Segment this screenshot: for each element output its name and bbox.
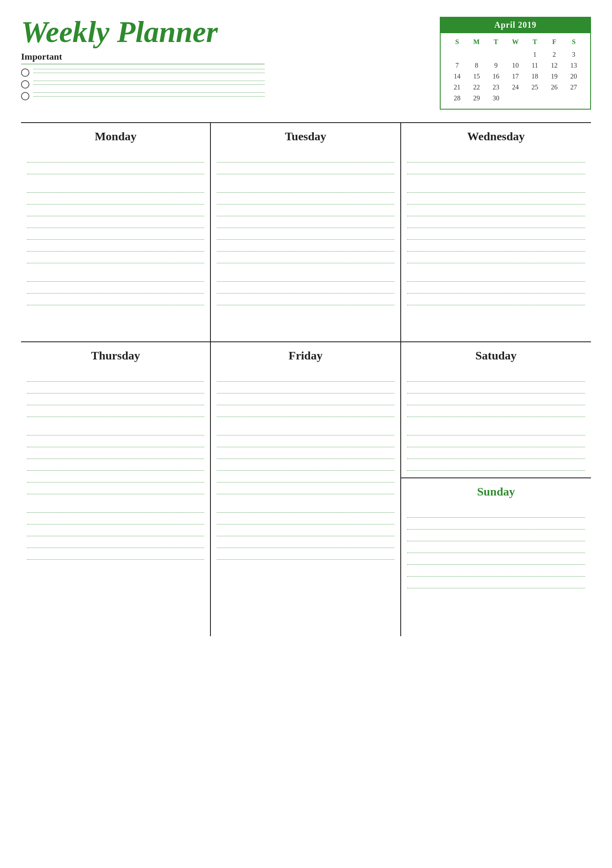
- cal-day-13: 13: [564, 60, 583, 71]
- day-header-t2: T: [525, 37, 544, 47]
- cal-day-25: 25: [525, 82, 544, 93]
- thu-line-5: [27, 417, 204, 435]
- thursday-lines: [27, 370, 204, 560]
- sat-line-6: [407, 435, 585, 447]
- thu-line-3: [27, 393, 204, 405]
- mon-line-2: [27, 163, 204, 174]
- important-section: Important: [21, 51, 265, 108]
- calendar-days-header: S M T W T F S: [447, 37, 583, 47]
- fri-line-7: [217, 447, 394, 459]
- wed-line-7: [407, 228, 585, 240]
- thursday-cell: Thursday: [21, 342, 211, 636]
- wed-line-11: [407, 282, 585, 294]
- calendar-week-3: 14 15 16 17 18 19 20: [447, 71, 583, 82]
- tue-line-1: [217, 151, 394, 163]
- tue-line-10: [217, 263, 394, 282]
- sat-line-2: [407, 382, 585, 393]
- cal-day-29: 29: [467, 93, 486, 104]
- cal-day-27: 27: [564, 82, 583, 93]
- day-header-w: W: [506, 37, 525, 47]
- mon-line-7: [27, 228, 204, 240]
- day-header-m: M: [467, 37, 486, 47]
- mon-line-6: [27, 216, 204, 228]
- calendar-week-4: 21 22 23 24 25 26 27: [447, 82, 583, 93]
- wed-line-8: [407, 240, 585, 252]
- fri-line-10: [217, 483, 394, 494]
- cal-day-23: 23: [486, 82, 506, 93]
- mon-line-10: [27, 263, 204, 282]
- fri-line-8: [217, 459, 394, 471]
- sun-line-4: [407, 541, 585, 553]
- thu-line-1: [27, 370, 204, 382]
- mon-line-4: [27, 193, 204, 205]
- mon-line-1: [27, 151, 204, 163]
- monday-lines: [27, 151, 204, 305]
- thu-line-4: [27, 405, 204, 417]
- cal-day-22: 22: [467, 82, 486, 93]
- tue-line-2: [217, 163, 394, 174]
- fri-line-2: [217, 382, 394, 393]
- tuesday-lines: [217, 151, 394, 305]
- wed-line-9: [407, 252, 585, 263]
- wednesday-cell: Wednesday: [401, 123, 591, 341]
- cal-day-28: 28: [447, 93, 467, 104]
- fri-line-3: [217, 393, 394, 405]
- line-3b: [34, 96, 265, 97]
- wed-line-10: [407, 263, 585, 282]
- tue-line-4: [217, 193, 394, 205]
- wed-line-3: [407, 174, 585, 193]
- sunday-lines: [407, 506, 585, 588]
- sat-line-3: [407, 393, 585, 405]
- mon-line-5: [27, 205, 204, 216]
- checkbox-circle-1[interactable]: [21, 68, 29, 77]
- sun-line-7: [407, 577, 585, 588]
- fri-line-1: [217, 370, 394, 382]
- satuday-lines: [407, 370, 585, 471]
- tue-line-3: [217, 174, 394, 193]
- mon-line-12: [27, 294, 204, 305]
- sunday-cell: Sunday: [401, 478, 591, 636]
- wed-line-12: [407, 294, 585, 305]
- fri-line-6: [217, 435, 394, 447]
- line-3a: [34, 92, 265, 93]
- calendar: April 2019 S M T W T F S 1 2 3: [440, 17, 591, 110]
- sun-line-2: [407, 518, 585, 530]
- cal-day-18: 18: [525, 71, 544, 82]
- fri-line-4: [217, 405, 394, 417]
- cal-day-21: 21: [447, 82, 467, 93]
- thu-line-14: [27, 536, 204, 548]
- cal-day-16: 16: [486, 71, 506, 82]
- calendar-week-1: 1 2 3: [447, 49, 583, 60]
- thu-line-6: [27, 435, 204, 447]
- wed-line-1: [407, 151, 585, 163]
- cal-day-14: 14: [447, 71, 467, 82]
- cal-empty-8: [564, 93, 583, 104]
- fri-line-11: [217, 494, 394, 513]
- thu-line-8: [27, 459, 204, 471]
- cal-day-10: 10: [506, 60, 525, 71]
- cal-day-9: 9: [486, 60, 506, 71]
- day-header-s2: S: [564, 37, 583, 47]
- calendar-week-5: 28 29 30: [447, 93, 583, 104]
- checkbox-circle-2[interactable]: [21, 80, 29, 89]
- checkbox-circle-3[interactable]: [21, 92, 29, 100]
- friday-lines: [217, 370, 394, 560]
- fri-line-15: [217, 548, 394, 560]
- cal-day-8: 8: [467, 60, 486, 71]
- cal-empty-2: [467, 49, 486, 60]
- fri-line-14: [217, 536, 394, 548]
- sun-line-5: [407, 553, 585, 565]
- thu-line-13: [27, 524, 204, 536]
- cal-empty-7: [544, 93, 564, 104]
- mon-line-9: [27, 252, 204, 263]
- cal-day-15: 15: [467, 71, 486, 82]
- cal-day-1: 1: [525, 49, 544, 60]
- thu-line-7: [27, 447, 204, 459]
- sat-line-5: [407, 417, 585, 435]
- tue-line-6: [217, 216, 394, 228]
- cal-day-2: 2: [544, 49, 564, 60]
- satuday-cell: Satuday: [401, 342, 591, 478]
- wed-line-4: [407, 193, 585, 205]
- line-1a: [34, 69, 265, 69]
- thu-line-9: [27, 471, 204, 483]
